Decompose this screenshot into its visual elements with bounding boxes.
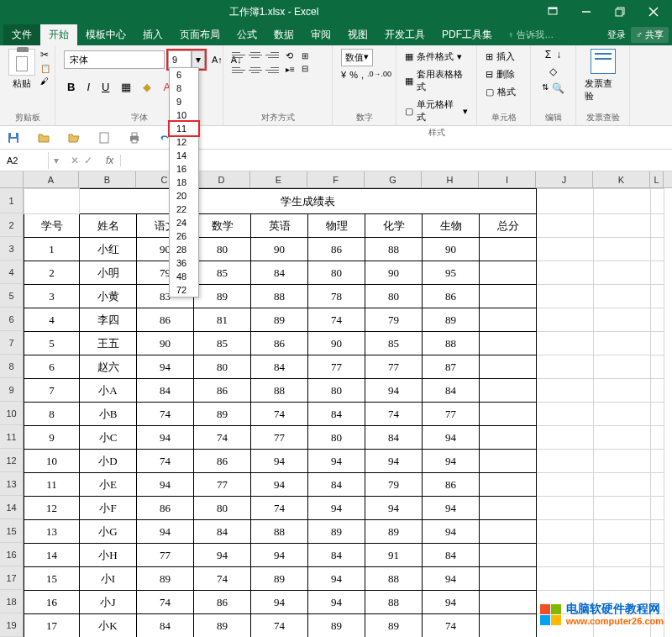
- data-cell[interactable]: 84: [194, 520, 251, 544]
- row-header-11[interactable]: 11: [0, 425, 24, 449]
- bold-button[interactable]: B: [64, 79, 78, 95]
- data-cell[interactable]: 74: [137, 591, 194, 614]
- conditional-format-button[interactable]: ▦条件格式▾: [405, 49, 462, 65]
- data-cell[interactable]: 小H: [80, 544, 137, 567]
- data-cell[interactable]: 84: [308, 544, 365, 567]
- data-cell[interactable]: 88: [423, 332, 480, 355]
- data-cell[interactable]: 74: [423, 614, 480, 638]
- data-cell[interactable]: 12: [24, 497, 80, 520]
- table-format-button[interactable]: ▦套用表格格式: [405, 66, 468, 95]
- data-cell[interactable]: 6: [24, 355, 80, 379]
- data-cell[interactable]: 86: [137, 308, 194, 332]
- data-cell[interactable]: 1: [24, 238, 80, 261]
- tab-data[interactable]: 数据: [265, 24, 302, 45]
- data-cell[interactable]: 80: [308, 379, 365, 403]
- data-cell[interactable]: 91: [365, 544, 423, 567]
- save-icon[interactable]: [7, 131, 20, 145]
- open-folder-icon[interactable]: [67, 131, 81, 145]
- data-cell[interactable]: 89: [194, 403, 251, 426]
- data-cell[interactable]: 88: [251, 520, 308, 544]
- data-cell[interactable]: 74: [251, 614, 308, 638]
- data-cell[interactable]: 86: [194, 379, 251, 403]
- tab-home[interactable]: 开始: [40, 24, 77, 45]
- font-size-option-6[interactable]: 6: [170, 68, 198, 82]
- data-cell[interactable]: 77: [251, 426, 308, 450]
- cell-styles-button[interactable]: ▢单元格样式▾: [405, 97, 468, 125]
- data-cell[interactable]: 小F: [80, 497, 137, 520]
- data-cell[interactable]: 94: [137, 426, 194, 450]
- percent-button[interactable]: %: [349, 70, 358, 80]
- alignment-buttons[interactable]: [232, 49, 279, 76]
- row-header-7[interactable]: 7: [0, 331, 24, 355]
- data-cell[interactable]: 王五: [80, 332, 137, 355]
- col-header-H[interactable]: H: [422, 171, 479, 187]
- orientation-button[interactable]: ⟲: [286, 50, 295, 61]
- data-cell[interactable]: [480, 261, 537, 285]
- data-cell[interactable]: 小红: [80, 238, 137, 261]
- data-cell[interactable]: 94: [365, 450, 423, 473]
- fx-button[interactable]: fx: [99, 155, 121, 166]
- insert-cells-button[interactable]: ⊞插入: [486, 49, 515, 65]
- data-cell[interactable]: 8: [24, 403, 80, 426]
- data-cell[interactable]: 赵六: [80, 355, 137, 379]
- select-all-corner[interactable]: [0, 171, 24, 187]
- data-cell[interactable]: [480, 591, 537, 614]
- data-cell[interactable]: 89: [308, 520, 365, 544]
- col-header-B[interactable]: B: [79, 171, 136, 187]
- copy-icon[interactable]: 📋: [40, 64, 50, 73]
- print-icon[interactable]: [128, 131, 141, 145]
- data-cell[interactable]: 94: [423, 497, 480, 520]
- data-cell[interactable]: 14: [24, 544, 80, 567]
- row-header-16[interactable]: 16: [0, 543, 24, 566]
- data-cell[interactable]: 94: [423, 450, 480, 473]
- data-cell[interactable]: 94: [365, 379, 423, 403]
- data-cell[interactable]: 89: [251, 308, 308, 332]
- font-size-option-26[interactable]: 26: [170, 229, 198, 243]
- data-cell[interactable]: 90: [137, 332, 194, 355]
- comma-button[interactable]: ,: [361, 70, 364, 80]
- font-size-option-28[interactable]: 28: [170, 243, 198, 256]
- restore-icon[interactable]: [608, 3, 632, 20]
- data-cell[interactable]: 94: [308, 497, 365, 520]
- table-header-cell[interactable]: 学号: [24, 214, 80, 238]
- data-cell[interactable]: [480, 355, 537, 379]
- data-cell[interactable]: 小I: [80, 567, 137, 591]
- row-header-3[interactable]: 3: [0, 237, 24, 261]
- data-cell[interactable]: 80: [308, 426, 365, 450]
- data-cell[interactable]: [480, 473, 537, 497]
- font-size-option-20[interactable]: 20: [170, 189, 198, 203]
- data-cell[interactable]: 李四: [80, 308, 137, 332]
- data-cell[interactable]: 74: [194, 426, 251, 450]
- data-cell[interactable]: 94: [251, 450, 308, 473]
- col-header-K[interactable]: K: [593, 171, 650, 187]
- tab-developer[interactable]: 开发工具: [376, 24, 433, 45]
- row-header-18[interactable]: 18: [0, 590, 24, 613]
- row-header-17[interactable]: 17: [0, 566, 24, 590]
- data-cell[interactable]: 17: [24, 614, 80, 638]
- data-cell[interactable]: [480, 332, 537, 355]
- data-cell[interactable]: 小E: [80, 473, 137, 497]
- data-cell[interactable]: 小C: [80, 426, 137, 450]
- row-header-8[interactable]: 8: [0, 355, 24, 378]
- font-size-option-16[interactable]: 16: [170, 162, 198, 176]
- data-cell[interactable]: 80: [194, 497, 251, 520]
- data-cell[interactable]: 9: [24, 426, 80, 450]
- row-header-4[interactable]: 4: [0, 261, 24, 284]
- data-cell[interactable]: 80: [308, 261, 365, 285]
- data-cell[interactable]: 89: [194, 614, 251, 638]
- data-cell[interactable]: 小G: [80, 520, 137, 544]
- row-header-5[interactable]: 5: [0, 284, 24, 308]
- row-header-1[interactable]: 1: [0, 188, 24, 213]
- name-box[interactable]: A2: [0, 152, 49, 169]
- data-cell[interactable]: [480, 308, 537, 332]
- row-header-19[interactable]: 19: [0, 613, 24, 637]
- italic-button[interactable]: I: [83, 79, 93, 95]
- number-format-select[interactable]: 数值▾: [341, 49, 373, 66]
- data-cell[interactable]: 86: [251, 332, 308, 355]
- data-cell[interactable]: [480, 497, 537, 520]
- data-cell[interactable]: 84: [137, 614, 194, 638]
- data-cell[interactable]: 84: [308, 473, 365, 497]
- data-cell[interactable]: 74: [137, 403, 194, 426]
- data-cell[interactable]: 小黄: [80, 285, 137, 308]
- data-cell[interactable]: 89: [137, 567, 194, 591]
